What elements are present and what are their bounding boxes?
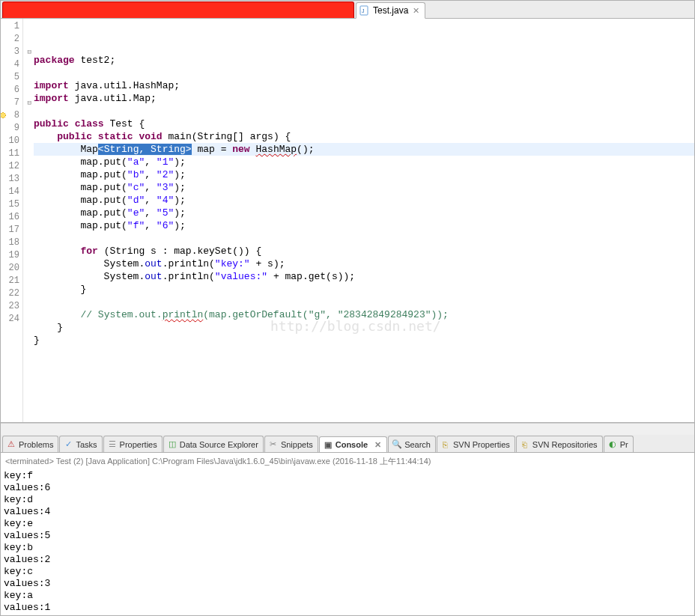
tasks-icon: ✓	[63, 439, 73, 450]
close-icon[interactable]: ✕	[373, 440, 382, 449]
code-line[interactable]	[34, 296, 694, 308]
line-number: 24	[1, 313, 22, 326]
console-line: key:b	[4, 542, 691, 554]
console-line: values:1	[4, 602, 691, 614]
editor-tab-filename: Test.java	[373, 5, 408, 16]
line-number: 5	[1, 71, 22, 84]
line-number: 12	[1, 160, 22, 173]
code-line[interactable]: }	[34, 334, 694, 347]
snippets-icon: ✂	[268, 439, 279, 450]
console-line: key:c	[4, 566, 691, 578]
line-number: 16	[1, 211, 22, 224]
code-line[interactable]: map.put("b", "2");	[34, 168, 694, 181]
console-line: values:4	[4, 506, 691, 518]
tab-label: Console	[336, 440, 368, 449]
editor-scrollbar[interactable]	[1, 423, 694, 435]
console-line: key:a	[4, 590, 691, 602]
search-icon: 🔍	[392, 439, 402, 450]
tab-progress[interactable]: ◐Pr	[604, 436, 634, 452]
console-line: values:3	[4, 578, 691, 590]
tab-label: SVN Properties	[453, 440, 510, 449]
close-icon[interactable]: ✕	[411, 6, 420, 15]
tab-properties[interactable]: ☰Properties	[103, 436, 163, 452]
code-line[interactable]: map.put("d", "4");	[34, 194, 694, 207]
code-line[interactable]: package test2;	[34, 54, 694, 67]
code-line[interactable]: Map<String, String> map = new HashMap();	[34, 143, 694, 156]
tab-svnrepos[interactable]: ⎗SVN Repositories	[516, 436, 603, 452]
problems-icon: ⚠	[6, 439, 16, 450]
console-header: <terminated> Test (2) [Java Application]…	[4, 454, 691, 470]
code-line[interactable]	[34, 232, 694, 245]
console-line: values:2	[4, 554, 691, 566]
tab-search[interactable]: 🔍Search	[388, 436, 436, 452]
console-line: values:6	[4, 482, 691, 494]
code-line[interactable]	[34, 67, 694, 79]
console-line: key:d	[4, 494, 691, 506]
editor-tab-active[interactable]: J Test.java ✕	[356, 2, 425, 19]
code-line[interactable]: System.out.println("key:" + s);	[34, 257, 694, 270]
svnprops-icon: ⎘	[440, 439, 451, 450]
line-number: 22	[1, 287, 22, 300]
line-number: 23	[1, 300, 22, 313]
code-line[interactable]: // System.out.println(map.getOrDefault("…	[34, 308, 694, 321]
code-line[interactable]: public static void main(String[] args) {	[34, 130, 694, 143]
views-tabbar: ⚠Problems✓Tasks☰Properties◫Data Source E…	[1, 435, 694, 453]
code-line[interactable]: map.put("e", "5");	[34, 207, 694, 219]
line-number: 17	[1, 224, 22, 237]
line-number: 2	[1, 33, 22, 46]
code-line[interactable]: map.put("a", "1");	[34, 156, 694, 168]
code-editor[interactable]: 123456789101112131415161718192021222324 …	[1, 19, 694, 423]
line-number: 11	[1, 147, 22, 160]
console-line: key:e	[4, 518, 691, 530]
tab-tasks[interactable]: ✓Tasks	[59, 436, 102, 452]
code-line[interactable]: import java.util.HashMap;	[34, 79, 694, 92]
code-line[interactable]: public class Test {	[34, 118, 694, 130]
properties-icon: ☰	[107, 439, 118, 450]
tab-label: Data Source Explorer	[180, 440, 258, 449]
progress-icon: ◐	[607, 439, 618, 450]
tab-problems[interactable]: ⚠Problems	[2, 436, 58, 452]
svnrepos-icon: ⎗	[520, 439, 530, 450]
tab-label: SVN Repositories	[532, 440, 598, 449]
console-line: values:5	[4, 530, 691, 542]
console-output[interactable]: key:fvalues:6key:dvalues:4key:evalues:5k…	[4, 470, 691, 614]
tab-label: Search	[404, 440, 431, 449]
line-number: 13	[1, 173, 22, 186]
svg-text:J: J	[362, 8, 365, 13]
line-number: 9	[1, 122, 22, 135]
console-view: <terminated> Test (2) [Java Application]…	[1, 453, 694, 615]
tab-label: Snippets	[281, 440, 313, 449]
line-number: 6	[1, 84, 22, 97]
line-number: 1	[1, 20, 22, 33]
line-number: 14	[1, 186, 22, 198]
editor-tab-redacted[interactable]	[2, 1, 354, 18]
line-number: 15	[1, 198, 22, 211]
line-number: 20	[1, 262, 22, 275]
code-line[interactable]: map.put("c", "3");	[34, 181, 694, 194]
code-line[interactable]: }	[34, 283, 694, 296]
tab-svnprops[interactable]: ⎘SVN Properties	[437, 436, 515, 452]
tab-console[interactable]: ▣Console✕	[319, 436, 387, 453]
line-number: 21	[1, 275, 22, 287]
editor-tabbar: J Test.java ✕	[1, 1, 694, 19]
code-line[interactable]: map.put("f", "6");	[34, 219, 694, 232]
line-number: 8	[1, 109, 22, 122]
tab-snippets[interactable]: ✂Snippets	[264, 436, 318, 452]
line-number: 10	[1, 135, 22, 147]
line-number: 4	[1, 58, 22, 71]
code-line[interactable]	[34, 347, 694, 359]
tab-label: Problems	[19, 440, 53, 449]
line-number: 19	[1, 249, 22, 262]
code-line[interactable]	[34, 105, 694, 118]
code-line[interactable]: }	[34, 321, 694, 334]
tab-datasource[interactable]: ◫Data Source Explorer	[163, 436, 264, 452]
console-line: key:f	[4, 470, 691, 482]
code-line[interactable]: import java.util.Map;	[34, 92, 694, 105]
code-line[interactable]: System.out.println("values:" + map.get(s…	[34, 270, 694, 283]
console-icon: ▣	[323, 439, 333, 450]
java-file-icon: J	[359, 5, 370, 16]
code-line[interactable]: for (String s : map.keySet()) {	[34, 245, 694, 257]
line-number-gutter: 123456789101112131415161718192021222324	[1, 19, 23, 422]
code-area[interactable]: http://blog.csdn.net/ package test2; imp…	[23, 19, 694, 422]
tab-label: Tasks	[76, 440, 97, 449]
